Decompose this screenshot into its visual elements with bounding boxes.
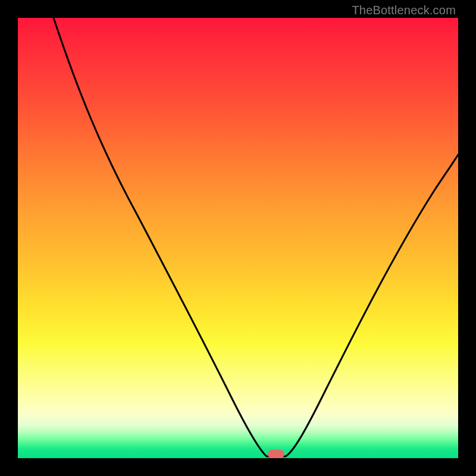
curve-path — [54, 18, 458, 456]
optimal-marker — [268, 450, 284, 458]
bottleneck-curve — [18, 18, 458, 458]
chart-frame: TheBottleneck.com — [0, 0, 476, 476]
watermark-text: TheBottleneck.com — [352, 4, 456, 17]
